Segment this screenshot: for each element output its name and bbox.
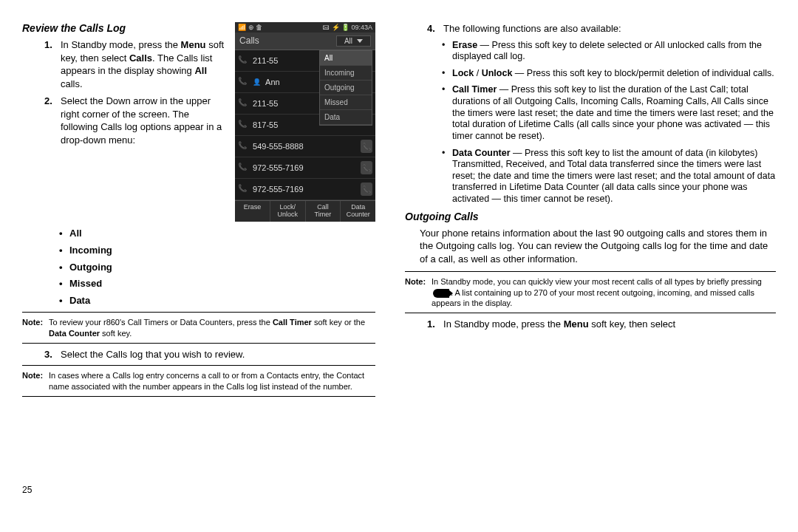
divider [22,312,375,313]
note-standby-quick-view: Note: In Standby mode, you can quickly v… [405,276,776,308]
call-icon [238,141,248,151]
note-timers: Note: To review your r860's Call Timers … [22,317,375,338]
send-key-icon [433,289,449,298]
filter-option-all[interactable]: All [320,51,372,66]
dial-icon[interactable]: 📞 [361,183,372,196]
filter-option-outgoing[interactable]: Outgoing [320,81,372,95]
divider [22,365,375,366]
filter-dropdown[interactable]: All [336,35,371,47]
option-incoming: Incoming [59,245,375,257]
call-icon [238,55,248,66]
left-column: 📶 ⊕ 🗑 🖂 ⚡ 🔋 09:43A Calls All All Incomin… [22,22,375,495]
filter-menu: All Incoming Outgoing Missed Data [319,50,372,126]
func-call-timer: Call Timer — Press this soft key to list… [442,84,776,142]
call-icon [238,120,248,130]
divider [405,271,776,272]
step-3: 3. Select the Calls log that you wish to… [44,348,375,361]
softkey-lock-unlock[interactable]: Lock/ Unlock [270,201,306,222]
heading-outgoing-calls: Outgoing Calls [405,211,776,222]
call-icon [238,77,248,87]
status-right: 🖂 ⚡ 🔋 09:43A [323,24,372,31]
filter-option-incoming[interactable]: Incoming [320,66,372,81]
list-item[interactable]: 972-555-7169📞 [235,157,375,179]
step-1: 1. In Standby mode, press the Menu soft … [44,38,228,90]
outgoing-calls-description: Your phone retains information about the… [420,227,776,266]
phone-title: Calls [239,35,259,47]
list-item[interactable]: 549-555-8888📞 [235,136,375,157]
note-contacts: Note: In cases where a Calls log entry c… [22,370,375,392]
softkey-data-counter[interactable]: Data Counter [341,201,375,222]
page-number: 25 [22,485,32,495]
outgoing-step-1: 1. In Standby mode, press the Menu soft … [427,318,776,331]
phone-softkeys: Erase Lock/ Unlock Call Timer Data Count… [235,200,375,222]
option-outgoing: Outgoing [59,262,375,274]
softkey-erase[interactable]: Erase [235,201,270,222]
option-data: Data [59,295,375,307]
filter-label: All [344,37,352,45]
func-lock-unlock: Lock / Unlock — Press this soft key to b… [442,68,776,80]
phone-statusbar: 📶 ⊕ 🗑 🖂 ⚡ 🔋 09:43A [235,22,375,33]
dial-icon[interactable]: 📞 [361,140,372,153]
softkey-call-timer[interactable]: Call Timer [306,201,341,222]
call-icon [238,98,248,109]
dial-icon[interactable]: 📞 [361,161,372,174]
option-missed: Missed [59,278,375,290]
divider [405,313,776,313]
step-4: 4. The following functions are also avai… [427,22,776,35]
phone-screenshot: 📶 ⊕ 🗑 🖂 ⚡ 🔋 09:43A Calls All All Incomin… [235,22,375,222]
divider [22,343,375,344]
divider [22,396,375,397]
chevron-down-icon [357,39,363,43]
step-2: 2. Select the Down arrow in the upper ri… [44,95,228,146]
call-icon [238,163,248,173]
phone-call-list: All Incoming Outgoing Missed Data 211-55… [235,50,375,200]
filter-option-missed[interactable]: Missed [320,95,372,110]
contact-icon: 👤 [253,78,261,86]
phone-titlebar: Calls All [235,33,375,50]
filter-option-data[interactable]: Data [320,110,372,125]
status-left: 📶 ⊕ 🗑 [238,24,262,31]
func-erase: Erase — Press this soft key to delete se… [442,40,776,63]
right-column: 4. The following functions are also avai… [405,22,776,495]
call-icon [238,184,248,194]
func-data-counter: Data Counter — Press this soft key to li… [442,148,776,205]
option-all: All [59,228,375,240]
heading-review-calls-log: Review the Calls Log [22,22,228,34]
list-item[interactable]: 972-555-7169📞 [235,179,375,200]
